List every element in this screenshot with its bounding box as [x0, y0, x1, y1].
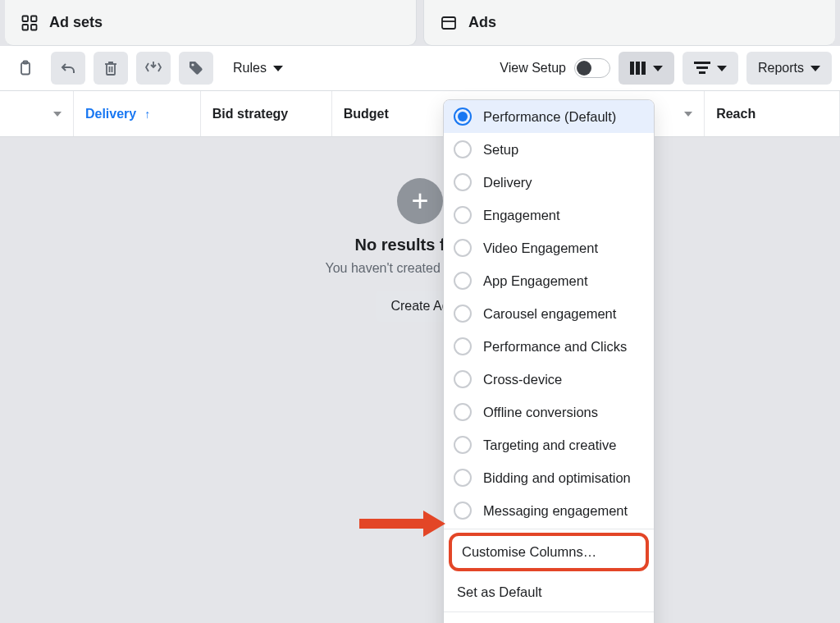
- preset-label: Cross-device: [483, 372, 562, 387]
- preset-option[interactable]: Messaging engagement: [444, 494, 654, 527]
- preset-label: Video Engagement: [483, 240, 598, 256]
- annotation-arrow-icon: [359, 509, 445, 538]
- tab-ad-sets[interactable]: Ad sets: [5, 0, 417, 46]
- preset-label: Performance and Clicks: [483, 339, 627, 355]
- chevron-down-icon: [717, 66, 727, 71]
- th-sort[interactable]: [0, 91, 74, 136]
- preset-label: Performance (Default): [483, 109, 616, 125]
- th-label: Bid strategy: [212, 107, 288, 121]
- svg-rect-3: [31, 25, 37, 30]
- radio-icon: [454, 239, 472, 257]
- preset-label: App Engagement: [483, 273, 588, 289]
- th-reach[interactable]: Reach: [705, 91, 840, 136]
- radio-icon: [454, 337, 472, 355]
- chevron-down-icon: [273, 66, 283, 71]
- svg-rect-16: [699, 71, 705, 74]
- preset-option[interactable]: Offline conversions: [444, 396, 654, 428]
- breakdown-icon: [694, 62, 710, 75]
- preset-option[interactable]: Delivery: [444, 166, 654, 199]
- columns-icon: [630, 62, 646, 75]
- preset-label: Messaging engagement: [483, 503, 628, 519]
- preset-label: Carousel engagement: [483, 306, 616, 322]
- radio-icon: [454, 305, 472, 323]
- radio-icon: [454, 173, 472, 191]
- radio-icon: [454, 469, 472, 487]
- svg-rect-2: [23, 25, 29, 30]
- radio-icon: [454, 370, 472, 388]
- radio-icon: [454, 140, 472, 158]
- preset-option[interactable]: Carousel engagement: [444, 297, 654, 330]
- reset-column-widths-item[interactable]: Reset Column Widths: [444, 614, 654, 623]
- preset-option[interactable]: Video Engagement: [444, 231, 654, 264]
- columns-dropdown: Performance (Default) Setup Delivery Eng…: [443, 99, 655, 623]
- set-as-default-item[interactable]: Set as Default: [444, 575, 654, 610]
- preset-label: Offline conversions: [483, 405, 598, 420]
- preset-label: Setup: [483, 142, 518, 158]
- preset-option[interactable]: Bidding and optimisation: [444, 461, 654, 494]
- preset-option[interactable]: Engagement: [444, 199, 654, 231]
- view-setup-toggle[interactable]: View Setup: [500, 58, 610, 78]
- svg-rect-4: [442, 17, 455, 29]
- toolbar: Rules View Setup Reports: [0, 46, 840, 91]
- radio-icon: [454, 272, 472, 290]
- th-label: Reach: [716, 107, 756, 121]
- preset-option[interactable]: App Engagement: [444, 264, 654, 297]
- preset-option[interactable]: Performance (Default): [444, 100, 654, 133]
- radio-icon: [454, 108, 472, 126]
- chevron-down-icon: [653, 66, 663, 71]
- preset-label: Engagement: [483, 208, 560, 223]
- adsets-icon: [21, 15, 38, 31]
- svg-rect-13: [641, 62, 646, 75]
- undo-button[interactable]: [51, 52, 85, 85]
- preset-option[interactable]: Setup: [444, 133, 654, 166]
- preset-option[interactable]: Targeting and creative: [444, 428, 654, 461]
- preset-label: Targeting and creative: [483, 437, 616, 453]
- columns-button[interactable]: [619, 52, 674, 85]
- preset-label: Bidding and optimisation: [483, 470, 631, 486]
- svg-rect-0: [23, 16, 29, 21]
- svg-point-10: [191, 63, 194, 66]
- table-header: Delivery ↑ Bid strategy Budget Reach: [0, 91, 840, 137]
- radio-icon: [454, 403, 472, 421]
- customise-columns-item[interactable]: Customise Columns…: [449, 533, 649, 571]
- preset-option[interactable]: Performance and Clicks: [444, 330, 654, 363]
- chevron-down-icon: [53, 112, 62, 117]
- rules-button[interactable]: Rules: [221, 52, 294, 85]
- view-setup-label: View Setup: [500, 61, 566, 76]
- plus-icon: +: [397, 178, 443, 224]
- th-label: Delivery: [85, 107, 136, 121]
- radio-icon: [454, 502, 472, 520]
- sort-asc-icon: ↑: [144, 108, 150, 121]
- clipboard-button[interactable]: [8, 52, 43, 85]
- top-tabs: Ad sets Ads: [0, 0, 840, 46]
- menu-separator: [444, 529, 654, 529]
- svg-marker-18: [423, 511, 445, 537]
- svg-rect-11: [630, 62, 634, 75]
- rules-label: Rules: [233, 61, 267, 76]
- chevron-down-icon: [810, 66, 820, 71]
- svg-rect-14: [694, 62, 710, 64]
- chevron-down-icon: [684, 112, 692, 117]
- breakdown-button[interactable]: [682, 52, 738, 85]
- delete-button[interactable]: [94, 52, 128, 85]
- radio-icon: [454, 206, 472, 224]
- tab-label: Ads: [468, 14, 496, 31]
- tab-label: Ad sets: [49, 14, 103, 31]
- preset-option[interactable]: Cross-device: [444, 363, 654, 396]
- toggle-pill: [574, 58, 610, 78]
- tag-button[interactable]: [179, 52, 213, 85]
- th-label: Budget: [344, 107, 389, 121]
- empty-state: + No results found You haven't created a…: [0, 137, 840, 482]
- reports-button[interactable]: Reports: [746, 52, 832, 85]
- menu-separator: [444, 612, 654, 612]
- th-delivery[interactable]: Delivery ↑: [74, 91, 201, 136]
- tab-ads[interactable]: Ads: [423, 0, 835, 46]
- export-button[interactable]: [136, 52, 171, 85]
- preset-label: Delivery: [483, 175, 532, 190]
- svg-rect-1: [31, 16, 37, 21]
- th-bid-strategy[interactable]: Bid strategy: [201, 91, 332, 136]
- radio-icon: [454, 436, 472, 454]
- svg-rect-15: [696, 66, 708, 69]
- reports-label: Reports: [758, 61, 804, 76]
- ads-icon: [441, 15, 457, 31]
